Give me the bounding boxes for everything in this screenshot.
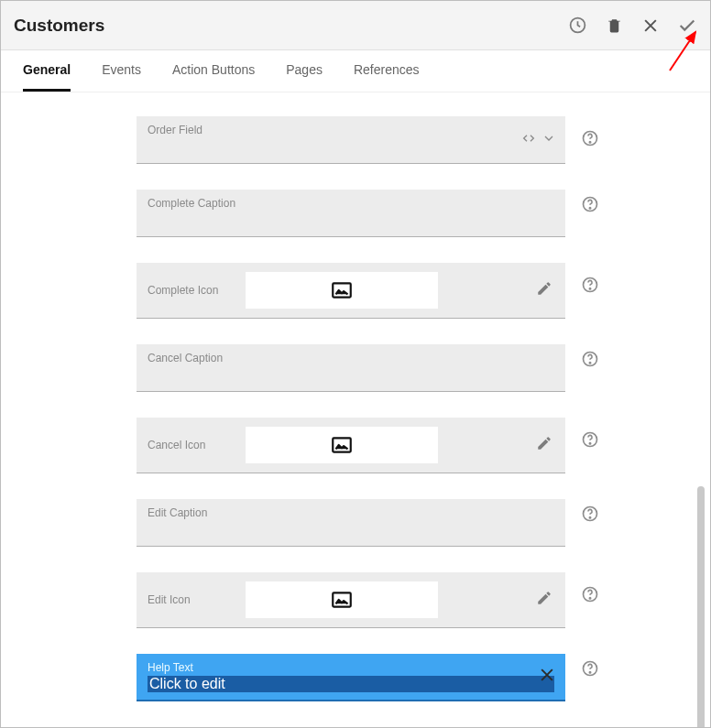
field-cancel-icon[interactable]: Cancel Icon [137,418,565,473]
field-help-text[interactable]: Help Text Click to edit [137,654,565,701]
label-edit-caption: Edit Caption [148,506,554,519]
pencil-icon[interactable] [536,280,552,300]
svg-point-12 [589,443,590,444]
svg-point-19 [589,672,590,673]
row-help-text: Help Text Click to edit [137,654,600,701]
field-complete-icon[interactable]: Complete Icon [137,263,565,319]
code-icon[interactable] [521,131,536,149]
svg-rect-15 [333,592,351,606]
label-cancel-caption: Cancel Caption [148,352,554,364]
image-placeholder[interactable] [246,272,438,309]
svg-point-17 [589,598,590,599]
svg-rect-10 [333,438,351,451]
row-complete-icon: Complete Icon [137,263,600,319]
field-edit-icon[interactable]: Edit Icon [137,572,565,628]
help-icon[interactable] [580,505,600,523]
svg-point-2 [589,142,590,143]
image-placeholder[interactable] [246,581,438,618]
svg-rect-5 [333,283,351,297]
label-complete-caption: Complete Caption [148,197,554,210]
label-complete-icon: Complete Icon [148,284,235,297]
label-help-text: Help Text [148,661,554,674]
help-icon[interactable] [580,430,600,449]
row-order-field: Order Field [137,116,600,164]
row-edit-icon: Edit Icon [137,572,600,628]
help-icon[interactable] [580,659,600,678]
svg-point-7 [589,288,590,289]
help-text-placeholder[interactable]: Click to edit [148,676,554,692]
tab-general[interactable]: General [23,50,71,92]
help-icon[interactable] [580,276,600,294]
help-icon[interactable] [580,585,600,603]
field-cancel-caption[interactable]: Cancel Caption [137,344,565,392]
tab-action-buttons[interactable]: Action Buttons [172,50,255,92]
field-list: Order Field Compl [137,116,600,727]
svg-point-4 [589,208,590,209]
label-order-field: Order Field [148,124,554,136]
label-cancel-icon: Cancel Icon [148,439,235,451]
delete-icon[interactable] [604,16,624,36]
tab-pages[interactable]: Pages [286,50,323,92]
pencil-icon[interactable] [536,435,552,455]
editor-window: Customers General Events Action Buttons … [0,0,711,728]
form-scroll-area[interactable]: Order Field Compl [1,92,710,727]
pencil-icon[interactable] [536,590,552,610]
svg-point-14 [589,517,590,518]
row-complete-caption: Complete Caption [137,190,600,237]
help-icon[interactable] [580,195,600,213]
page-title: Customers [14,16,567,36]
tab-strip: General Events Action Buttons Pages Refe… [1,50,710,92]
svg-point-9 [589,363,590,364]
tab-references[interactable]: References [354,50,420,92]
image-placeholder[interactable] [246,427,438,463]
help-icon[interactable] [580,129,600,147]
row-cancel-caption: Cancel Caption [137,344,600,392]
field-order-field[interactable]: Order Field [137,116,565,164]
titlebar: Customers [1,1,710,50]
help-icon[interactable] [580,350,600,368]
row-edit-caption: Edit Caption [137,499,600,547]
field-complete-caption[interactable]: Complete Caption [137,190,565,237]
row-cancel-icon: Cancel Icon [137,418,600,473]
scrollbar-thumb[interactable] [697,486,705,727]
confirm-check-icon[interactable] [677,16,697,36]
close-icon[interactable] [640,16,661,36]
history-icon[interactable] [567,16,587,36]
label-edit-icon: Edit Icon [148,593,235,606]
title-actions [567,16,697,36]
tab-events[interactable]: Events [102,50,141,92]
clear-icon[interactable] [538,666,556,688]
dropdown-icons [521,131,556,149]
field-edit-caption[interactable]: Edit Caption [137,499,565,547]
chevron-down-icon[interactable] [541,131,556,149]
